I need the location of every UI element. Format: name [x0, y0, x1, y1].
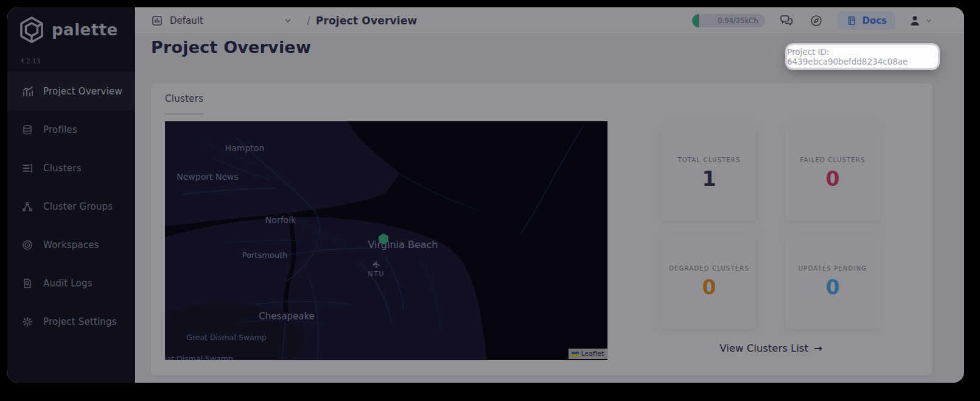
app-window: palette 4.2.13 Project Overview Profiles: [7, 7, 964, 383]
project-id-tooltip: Project ID: 6439ebca90befdd8234c08ae: [787, 45, 938, 68]
project-id-text: Project ID: 6439ebca90befdd8234c08ae: [787, 47, 938, 66]
